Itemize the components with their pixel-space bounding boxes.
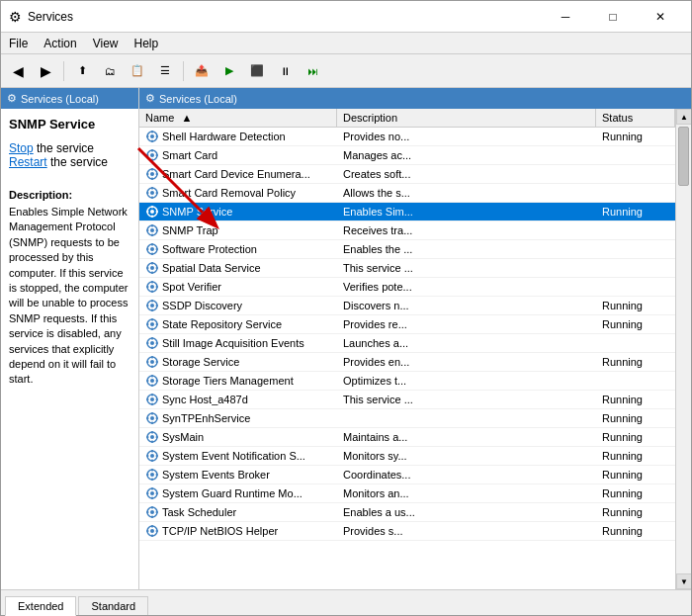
- services-table-container[interactable]: Name ▲ Description Status Shell Hard: [139, 109, 675, 589]
- svg-point-111: [150, 473, 154, 477]
- table-row[interactable]: Shell Hardware DetectionProvides no...Ru…: [139, 128, 675, 146]
- maximize-button[interactable]: □: [590, 1, 636, 33]
- table-row[interactable]: SNMP ServiceEnables Sim...Running: [139, 203, 675, 221]
- table-row[interactable]: System Events BrokerCoordinates...Runnin…: [139, 466, 675, 484]
- svg-rect-22: [151, 187, 153, 190]
- table-row[interactable]: SysMainMaintains a...Running: [139, 428, 675, 447]
- table-row[interactable]: Sync Host_a487dThis service ...Running: [139, 391, 675, 409]
- service-status-cell: [596, 146, 675, 164]
- svg-point-21: [150, 191, 154, 195]
- svg-rect-127: [156, 511, 159, 513]
- menu-action[interactable]: Action: [36, 35, 84, 52]
- list-button[interactable]: ☰: [152, 58, 178, 84]
- minimize-button[interactable]: ─: [543, 1, 588, 33]
- stop-link[interactable]: Stop: [9, 141, 34, 155]
- column-header-description[interactable]: Description: [337, 109, 596, 127]
- service-name-cell: Storage Tiers Management: [139, 372, 337, 390]
- service-desc-cell: Receives tra...: [337, 221, 596, 239]
- table-row[interactable]: System Event Notification S...Monitors s…: [139, 447, 675, 466]
- service-desc-cell: This service ...: [337, 391, 596, 408]
- svg-rect-118: [151, 487, 153, 490]
- svg-point-39: [150, 247, 154, 251]
- service-desc-cell: [337, 409, 596, 427]
- svg-rect-61: [156, 305, 159, 307]
- table-row[interactable]: Software ProtectionEnables the ...: [139, 240, 675, 259]
- pause-button[interactable]: ⏸: [272, 58, 298, 84]
- service-name-cell: SSDP Discovery: [139, 297, 337, 314]
- service-status-cell: [596, 184, 675, 202]
- service-name-text: SNMP Trap: [162, 224, 218, 236]
- service-icon: [145, 449, 159, 463]
- menu-file[interactable]: File: [1, 35, 36, 52]
- svg-rect-91: [156, 398, 159, 400]
- forward-button[interactable]: ▶: [33, 58, 58, 84]
- up-button[interactable]: ⬆: [69, 58, 95, 84]
- menu-view[interactable]: View: [85, 35, 127, 52]
- service-icon: [145, 430, 159, 444]
- service-name-cell: SNMP Trap: [139, 221, 337, 239]
- selected-service-name: SNMP Service: [9, 117, 130, 132]
- scroll-up-button[interactable]: ▲: [676, 109, 691, 125]
- play-button[interactable]: ▶: [216, 58, 242, 84]
- svg-point-81: [150, 379, 154, 383]
- show-hide-button[interactable]: 🗂: [97, 58, 123, 84]
- scroll-down-button[interactable]: ▼: [676, 573, 691, 589]
- svg-point-57: [150, 304, 154, 308]
- svg-rect-109: [156, 455, 159, 457]
- table-body: Shell Hardware DetectionProvides no...Ru…: [139, 128, 675, 541]
- table-row[interactable]: Smart Card Removal PolicyAllows the s...: [139, 184, 675, 203]
- svg-rect-66: [146, 323, 149, 325]
- column-header-status[interactable]: Status: [596, 109, 675, 127]
- table-row[interactable]: Smart Card Device Enumera...Creates soft…: [139, 165, 675, 184]
- service-desc-cell: Provides no...: [337, 128, 596, 145]
- vertical-scrollbar[interactable]: ▲ ▼: [675, 109, 691, 589]
- table-row[interactable]: SynTPEnhServiceRunning: [139, 409, 675, 428]
- scroll-thumb[interactable]: [678, 127, 689, 186]
- table-row[interactable]: Smart CardManages ac...: [139, 146, 675, 165]
- table-row[interactable]: System Guard Runtime Mo...Monitors an...…: [139, 484, 675, 503]
- back-button[interactable]: ◀: [5, 58, 31, 84]
- svg-rect-48: [146, 267, 149, 269]
- table-row[interactable]: Still Image Acquisition EventsLaunches a…: [139, 334, 675, 353]
- svg-rect-96: [146, 417, 149, 419]
- table-row[interactable]: SSDP DiscoveryDiscovers n...Running: [139, 297, 675, 315]
- close-button[interactable]: ✕: [638, 1, 683, 33]
- svg-point-45: [150, 266, 154, 270]
- svg-rect-43: [156, 248, 159, 250]
- tab-extended[interactable]: Extended: [5, 596, 76, 616]
- svg-rect-49: [156, 267, 159, 269]
- table-row[interactable]: Storage Tiers ManagementOptimizes t...: [139, 372, 675, 391]
- svg-rect-114: [146, 474, 149, 476]
- restart-link[interactable]: Restart: [9, 155, 47, 169]
- svg-rect-28: [151, 206, 153, 209]
- svg-rect-83: [151, 385, 153, 388]
- left-panel-title: Services (Local): [21, 93, 99, 105]
- svg-rect-5: [151, 140, 153, 143]
- table-row[interactable]: Spot VerifierVerifies pote...: [139, 278, 675, 297]
- table-row[interactable]: Task SchedulerEnables a us...Running: [139, 503, 675, 522]
- table-row[interactable]: Storage ServiceProvides en...Running: [139, 353, 675, 372]
- menu-help[interactable]: Help: [127, 35, 167, 52]
- svg-rect-34: [151, 224, 153, 227]
- tab-standard[interactable]: Standard: [78, 596, 148, 615]
- service-name-cell: TCP/IP NetBIOS Helper: [139, 522, 337, 540]
- tree-button[interactable]: 📋: [125, 58, 150, 84]
- export-button[interactable]: 📤: [189, 58, 215, 84]
- svg-rect-108: [146, 455, 149, 457]
- stop-button[interactable]: ⬛: [244, 58, 270, 84]
- column-header-name[interactable]: Name ▲: [139, 109, 337, 127]
- svg-rect-84: [146, 380, 149, 382]
- table-row[interactable]: SNMP TrapReceives tra...: [139, 221, 675, 240]
- service-name-text: System Event Notification S...: [162, 450, 305, 462]
- svg-rect-54: [146, 286, 149, 288]
- table-row[interactable]: State Repository ServiceProvides re...Ru…: [139, 315, 675, 334]
- svg-rect-130: [151, 525, 153, 528]
- svg-point-99: [150, 435, 154, 439]
- svg-rect-60: [146, 305, 149, 307]
- service-name-text: Storage Tiers Management: [162, 375, 294, 387]
- svg-point-27: [150, 210, 154, 214]
- restart-button[interactable]: ⏭: [300, 58, 325, 84]
- service-desc-cell: Monitors sy...: [337, 447, 596, 465]
- table-row[interactable]: Spatial Data ServiceThis service ...: [139, 259, 675, 278]
- table-row[interactable]: TCP/IP NetBIOS HelperProvides s...Runnin…: [139, 522, 675, 541]
